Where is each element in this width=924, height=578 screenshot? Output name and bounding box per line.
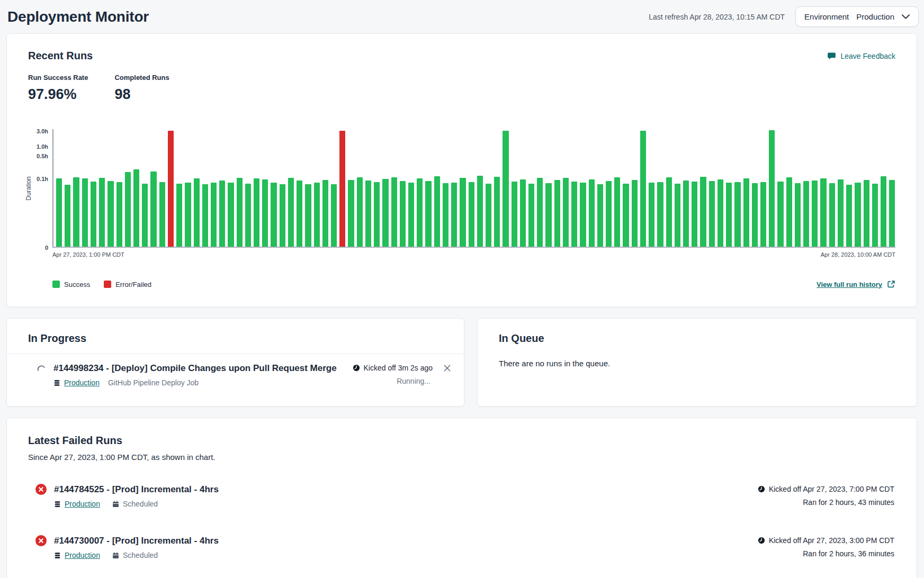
run-bar-success[interactable]	[537, 178, 543, 247]
run-bar-success[interactable]	[726, 183, 732, 247]
run-bar-success[interactable]	[331, 184, 337, 247]
run-bar-success[interactable]	[219, 180, 225, 247]
run-bar-success[interactable]	[640, 131, 646, 247]
run-bar-success[interactable]	[580, 183, 586, 247]
run-bar-success[interactable]	[142, 184, 148, 247]
run-bar-success[interactable]	[107, 181, 113, 247]
run-bar-success[interactable]	[280, 184, 285, 247]
run-bar-success[interactable]	[82, 178, 88, 247]
run-bar-success[interactable]	[803, 181, 809, 247]
run-bar-success[interactable]	[322, 180, 328, 247]
run-bar-success[interactable]	[563, 178, 569, 247]
run-bar-success[interactable]	[185, 183, 191, 247]
run-bar-success[interactable]	[194, 178, 200, 247]
run-bar-success[interactable]	[486, 184, 491, 247]
run-bar-success[interactable]	[820, 178, 826, 247]
run-bar-success[interactable]	[769, 130, 775, 247]
close-icon[interactable]	[443, 364, 451, 372]
run-bar-success[interactable]	[116, 182, 122, 247]
in-progress-environment-link[interactable]: Production	[64, 378, 100, 387]
run-bar-success[interactable]	[262, 179, 268, 247]
run-bar-success[interactable]	[425, 181, 431, 247]
run-bar-success[interactable]	[288, 178, 294, 247]
run-bar-success[interactable]	[786, 177, 792, 247]
run-bar-success[interactable]	[881, 176, 886, 247]
leave-feedback-link[interactable]: Leave Feedback	[827, 52, 895, 60]
run-bar-success[interactable]	[494, 177, 500, 247]
run-bar-success[interactable]	[666, 177, 672, 247]
failed-run-environment-link[interactable]: Production	[65, 500, 100, 508]
run-bar-success[interactable]	[99, 178, 105, 247]
run-bar-success[interactable]	[743, 178, 749, 247]
run-bar-success[interactable]	[864, 180, 869, 247]
run-bar-success[interactable]	[571, 182, 577, 247]
run-bar-success[interactable]	[391, 177, 397, 247]
run-bar-success[interactable]	[237, 178, 243, 247]
run-bar-success[interactable]	[202, 184, 208, 247]
run-bar-success[interactable]	[632, 180, 638, 247]
run-bar-success[interactable]	[545, 183, 551, 247]
run-bar-success[interactable]	[374, 182, 380, 247]
run-bar-success[interactable]	[700, 177, 706, 247]
run-bar-success[interactable]	[305, 184, 311, 247]
run-bar-success[interactable]	[649, 183, 654, 247]
run-bar-success[interactable]	[477, 176, 483, 247]
run-bar-success[interactable]	[91, 182, 96, 247]
run-bar-success[interactable]	[228, 183, 234, 247]
run-bar-success[interactable]	[271, 183, 276, 247]
run-bar-success[interactable]	[829, 183, 835, 247]
run-bar-success[interactable]	[889, 180, 895, 247]
run-bar-success[interactable]	[760, 182, 766, 247]
run-bar-success[interactable]	[382, 179, 388, 247]
run-bar-success[interactable]	[855, 183, 860, 247]
run-bar-success[interactable]	[623, 184, 629, 247]
run-bar-success[interactable]	[254, 178, 259, 247]
environment-dropdown[interactable]: Environment Production	[795, 6, 919, 27]
run-bar-success[interactable]	[752, 183, 758, 247]
run-bar-success[interactable]	[614, 177, 620, 247]
run-bar-success[interactable]	[554, 180, 560, 247]
failed-run-environment-link[interactable]: Production	[65, 551, 100, 559]
run-bar-success[interactable]	[460, 178, 465, 247]
run-bar-success[interactable]	[717, 179, 723, 247]
run-bar-success[interactable]	[451, 183, 457, 247]
run-bar-success[interactable]	[176, 184, 182, 247]
run-bar-success[interactable]	[838, 179, 844, 247]
run-bar-success[interactable]	[348, 180, 354, 247]
run-bar-success[interactable]	[211, 183, 217, 247]
run-bar-success[interactable]	[159, 182, 165, 247]
run-bar-success[interactable]	[469, 182, 474, 247]
run-bar-success[interactable]	[503, 131, 508, 247]
run-bar-success[interactable]	[777, 182, 783, 247]
run-bar-success[interactable]	[683, 180, 689, 247]
run-bar-failed[interactable]	[168, 131, 174, 247]
run-bar-failed[interactable]	[339, 131, 345, 247]
run-bar-success[interactable]	[846, 185, 852, 247]
run-bar-success[interactable]	[597, 184, 603, 247]
run-bar-success[interactable]	[408, 183, 414, 247]
run-bar-success[interactable]	[872, 184, 878, 247]
run-bar-success[interactable]	[795, 183, 801, 247]
run-bar-success[interactable]	[734, 182, 740, 247]
run-bar-success[interactable]	[133, 169, 139, 247]
view-full-run-history-link[interactable]: View full run history	[817, 280, 895, 288]
run-bar-success[interactable]	[297, 180, 302, 247]
run-bar-success[interactable]	[709, 181, 715, 247]
run-bar-success[interactable]	[56, 178, 62, 247]
run-bar-success[interactable]	[434, 176, 440, 247]
run-bar-success[interactable]	[65, 185, 70, 247]
run-bar-success[interactable]	[512, 182, 517, 247]
run-bar-success[interactable]	[150, 171, 156, 247]
run-bar-success[interactable]	[314, 183, 320, 247]
run-bar-success[interactable]	[589, 179, 595, 247]
run-bar-success[interactable]	[443, 183, 448, 247]
run-bar-success[interactable]	[365, 180, 371, 247]
run-bar-success[interactable]	[357, 177, 363, 247]
run-bar-success[interactable]	[417, 178, 423, 247]
run-bar-success[interactable]	[812, 180, 818, 247]
run-bar-success[interactable]	[520, 179, 526, 247]
run-bar-success[interactable]	[528, 184, 534, 247]
run-bar-success[interactable]	[675, 184, 680, 247]
run-bar-success[interactable]	[657, 182, 663, 247]
run-bar-success[interactable]	[125, 172, 131, 247]
